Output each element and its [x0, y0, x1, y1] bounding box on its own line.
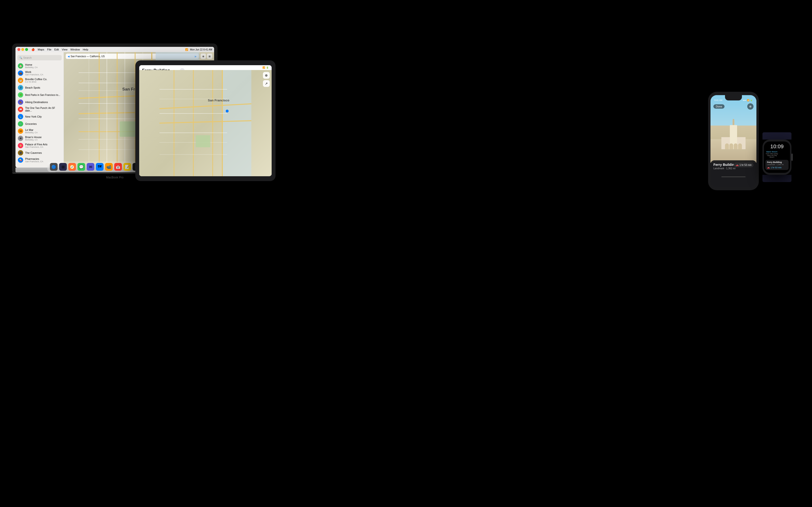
iphone-done-button[interactable]: Done — [713, 104, 724, 109]
search-placeholder: Search — [23, 56, 32, 59]
watch-frame: 10:09 Baker Beach 6:02 miles away Open A… — [762, 139, 792, 175]
sidebar-item-home[interactable]: 🏠 HomeBerkeley, CA — [15, 62, 63, 69]
sidebar-item-parks[interactable]: 🌿 Best Parks in San Francisco to... — [15, 91, 63, 99]
sidebar-item-cavernes[interactable]: ⚫ The Cavernes — [15, 149, 63, 157]
ipad-battery: 🔋 — [266, 66, 269, 69]
location-button[interactable]: ↗ — [263, 80, 270, 87]
watch-time: 10:09 — [764, 142, 790, 150]
iphone-eta: 🚗 1 hr 53 min — [734, 163, 754, 167]
iphone-time: 9:41 AM — [714, 99, 722, 101]
ipad-wifi: 📶 — [262, 66, 265, 69]
dock-calendar[interactable]: 📅 — [114, 163, 122, 171]
ipad: 9:41 AM Mon Jun 22 📶 🔋 Ferry Building La… — [135, 60, 275, 181]
menu-items: 🍎 Maps File Edit View Window Help — [32, 48, 88, 51]
ipad-map[interactable]: San Francisco ⊕ ↗ — [139, 70, 272, 176]
menu-help[interactable]: Help — [83, 48, 88, 51]
fullscreen-button[interactable] — [25, 48, 28, 51]
svg-text:San Francisco: San Francisco — [208, 99, 230, 102]
svg-rect-34 — [196, 135, 210, 147]
sidebar: 🔍 Search 🏠 HomeBerkeley, CA 💼 WorkSan Fr… — [15, 52, 64, 168]
svg-rect-21 — [222, 70, 251, 176]
dock-finder[interactable]: 🔵 — [50, 163, 58, 171]
iphone-progress-bar — [721, 176, 746, 177]
close-button[interactable] — [17, 48, 20, 51]
sidebar-item-nyc[interactable]: 🗽 New York City — [15, 113, 63, 120]
menu-apple[interactable]: 🍎 — [32, 48, 35, 51]
search-bar[interactable]: 🔍 Search — [17, 55, 62, 60]
iphone-screen: 9:41 AM ●●● 📶 🔋 Done ⊕ Ferry Building La… — [711, 95, 756, 187]
menu-maps[interactable]: Maps — [38, 48, 44, 51]
menu-view[interactable]: View — [62, 48, 68, 51]
compass-button[interactable]: ⊕ — [263, 72, 270, 79]
iphone-bottom-card: Ferry Building Landmark · 1,362 mi 🚗 1 h… — [711, 160, 756, 187]
sidebar-item-groceries[interactable]: 🛒 Groceries — [15, 120, 63, 127]
dock-launchpad[interactable]: ⊞ — [59, 163, 67, 171]
sidebar-item-palace[interactable]: 🎨 Palace of Fine ArtsSan Francisco, CA — [15, 142, 63, 149]
sidebar-item-breville[interactable]: ☕ Breville Coffee Co.0.2 mi drive — [15, 77, 63, 84]
watch-card: Ferry Building Landmark · 1,362 mi 🚗 1 h… — [765, 160, 789, 170]
menubar: 🍎 Maps File Edit View Window Help 📶 Mon … — [15, 47, 214, 52]
watch-card-subtitle: Landmark · 1,362 mi — [767, 163, 787, 166]
watch-band-top — [762, 132, 792, 139]
watch-eta: 1 hr 53 min — [771, 166, 781, 169]
sidebar-item-work[interactable]: 💼 WorkSan Francisco, CA — [15, 69, 63, 77]
watch-screen: 10:09 Baker Beach 6:02 miles away Open A… — [764, 142, 790, 173]
datetime: Mon Jun 22 8:41 AM — [190, 48, 212, 51]
menu-file[interactable]: File — [47, 48, 51, 51]
watch-crown — [792, 154, 793, 161]
watch-eta-row: 🚗 1 hr 53 min — [767, 166, 787, 169]
ferry-building-scene — [719, 113, 748, 149]
minimize-button[interactable] — [21, 48, 24, 51]
traffic-lights — [17, 48, 28, 51]
ipad-map-controls: ⊕ ↗ — [263, 72, 270, 87]
dock-facetime[interactable]: 📹 — [105, 163, 113, 171]
dock-safari[interactable]: 🧭 — [68, 163, 76, 171]
watch-band-bottom — [762, 175, 792, 182]
apple-watch: 10:09 Baker Beach 6:02 miles away Open A… — [762, 133, 792, 181]
watch-complications: Baker Beach 6:02 miles away Open All Day… — [764, 150, 790, 159]
sidebar-item-beach[interactable]: 🏖 Beach Spots — [15, 84, 63, 91]
iphone-top-bar: Done ⊕ — [711, 102, 756, 111]
sidebar-item-brians[interactable]: 🏛 Brian's HouseBerkeley, CA — [15, 135, 63, 142]
wifi-icon: 📶 — [185, 48, 188, 51]
sidebar-item-lemar[interactable]: 🍽 Le MarBerkeley, CA — [15, 127, 63, 135]
sidebar-item-hiking[interactable]: 🥾 Hiking Destinations — [15, 99, 63, 106]
ipad-screen: 9:41 AM Mon Jun 22 📶 🔋 Ferry Building La… — [139, 65, 272, 176]
watch-complication-location: Baker Beach 6:02 miles away Open All Day… — [766, 151, 778, 158]
dock-maps[interactable]: 🗺 — [96, 163, 104, 171]
iphone-place-subtitle: Landmark · 1,362 mi — [713, 167, 754, 170]
dock-mail[interactable]: ✉ — [87, 163, 95, 171]
watch-card-title: Ferry Building — [767, 161, 787, 163]
macbook-notch — [110, 44, 120, 45]
menu-window[interactable]: Window — [70, 48, 80, 51]
dock-messages[interactable]: 💬 — [78, 163, 85, 171]
dock-notes[interactable]: 📝 — [123, 163, 131, 171]
iphone: 9:41 AM ●●● 📶 🔋 Done ⊕ Ferry Building La… — [708, 92, 759, 190]
menu-edit[interactable]: Edit — [54, 48, 59, 51]
svg-point-35 — [226, 110, 229, 113]
iphone-compass[interactable]: ⊕ — [747, 103, 754, 110]
iphone-notch — [725, 95, 742, 101]
ipad-map-roads: San Francisco — [139, 70, 272, 176]
sidebar-item-guide[interactable]: 📖 The One Two Punch: An SF date... — [15, 106, 63, 113]
menubar-right: 📶 Mon Jun 22 8:41 AM — [185, 48, 212, 51]
